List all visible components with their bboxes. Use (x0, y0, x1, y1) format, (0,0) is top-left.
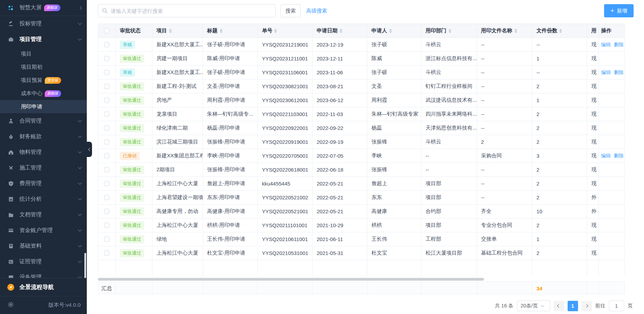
sidebar-subitem-2-3[interactable]: 成本中心旗舰版 (0, 87, 87, 100)
sidebar-subitem-2-2[interactable]: 项目预算专业版 (0, 74, 87, 87)
row-checkbox[interactable] (104, 111, 109, 117)
sort-icon[interactable] (449, 29, 451, 33)
header-cell-3[interactable]: 标题 (203, 24, 258, 38)
sort-icon[interactable] (220, 29, 223, 33)
edit-link[interactable]: 编辑 (601, 42, 611, 48)
prev-page-button[interactable] (554, 301, 564, 311)
row-checkbox[interactable] (104, 56, 109, 61)
sort-icon[interactable] (389, 29, 392, 33)
header-cell-4[interactable]: 单号 (258, 24, 312, 38)
row-checkbox[interactable] (104, 70, 109, 75)
next-page-button[interactable] (582, 301, 592, 311)
header-cell-7[interactable]: 用印部门 (421, 24, 477, 38)
project-cell: 房建一期项目 (152, 52, 203, 66)
sort-icon[interactable] (274, 29, 277, 33)
row-checkbox[interactable] (104, 153, 109, 158)
svg-text:¥: ¥ (10, 136, 11, 138)
sort-icon[interactable] (515, 29, 517, 33)
column-header-label: 标题 (207, 27, 218, 34)
sidebar-item-3[interactable]: 合同管理 (0, 113, 87, 129)
add-button[interactable]: +新增 (604, 4, 634, 17)
sidebar-item-6[interactable]: 施工管理 (0, 160, 87, 176)
sort-icon[interactable] (559, 29, 562, 33)
actions-cell: 编辑删除 (599, 149, 625, 163)
sidebar-item-panorama-nav[interactable]: 全景流程导航 (0, 278, 87, 296)
doc-name-cell: -- (477, 66, 533, 80)
date-cell: 2022-06-18 (312, 163, 367, 177)
table-row: 草稿新建XX总部大厦工...张子硕-用印申请YYSQ20231219001202… (98, 38, 625, 52)
order-no-cell: YYSQ20211101001 (258, 218, 312, 232)
row-checkbox[interactable] (104, 98, 109, 103)
page-number-button[interactable]: 1 (568, 301, 578, 311)
seal-method-cell: 现 (587, 218, 599, 232)
title-cell: 詹超上-用印申请 (203, 177, 258, 191)
pagination: 共 16 条 20条/页 1 前往 页 (87, 294, 644, 311)
table-row: 草稿新建XX总部大厦工...张子硕-用印申请YYSQ20231106001202… (98, 66, 625, 80)
sidebar-subitem-2-0[interactable]: 项目 (0, 47, 87, 60)
copies-cell: 2 (532, 163, 587, 177)
sidebar-item-10[interactable]: 资金账户管理 (0, 223, 87, 238)
status-badge: 审批通过 (120, 193, 144, 202)
sidebar-item-1[interactable]: 投标管理 (0, 16, 87, 32)
page-size-select[interactable]: 20条/页 (517, 300, 550, 311)
sidebar-item-4[interactable]: ¥财务账款 (0, 129, 87, 144)
sidebar-item-9[interactable]: 文档管理 (0, 207, 87, 223)
row-select-cell (98, 38, 116, 52)
chevron-down-icon (78, 243, 82, 247)
header-cell-5[interactable]: 申请日期 (312, 24, 367, 38)
sidebar-subitem-2-1[interactable]: 项目期初 (0, 60, 87, 74)
sort-icon[interactable] (340, 29, 342, 33)
delete-link[interactable]: 删除 (614, 69, 624, 76)
row-checkbox[interactable] (104, 237, 109, 242)
row-checkbox[interactable] (104, 84, 109, 89)
edit-link[interactable]: 编辑 (601, 69, 611, 76)
header-cell-9[interactable]: 文件份数 (532, 24, 587, 38)
delete-link[interactable]: 删除 (614, 153, 624, 159)
header-cell-8[interactable]: 用印文件名称 (477, 24, 533, 38)
actions-cell (599, 205, 625, 218)
select-all-checkbox[interactable] (104, 28, 109, 33)
sort-asc-icon (169, 29, 172, 31)
row-checkbox[interactable] (104, 195, 109, 200)
sidebar-subitem-2-4[interactable]: 用印申请 (0, 100, 87, 113)
sidebar-item-8[interactable]: 统计分析 (0, 191, 87, 207)
sidebar-collapse-handle[interactable] (87, 142, 92, 157)
horizontal-scrollbar-thumb[interactable] (98, 278, 484, 281)
header-cell-2[interactable]: 项目 (152, 24, 203, 38)
header-cell-6[interactable]: 申请人 (367, 24, 421, 38)
finance-icon: ¥ (8, 134, 14, 140)
row-checkbox[interactable] (104, 139, 109, 144)
search-button[interactable]: 搜索 (281, 4, 301, 17)
goto-page-input[interactable] (609, 300, 624, 311)
actions-cell (599, 218, 625, 232)
dept-cell: 斗栱云 (421, 66, 477, 80)
chevron-right-icon (585, 304, 588, 308)
order-no-cell: YYSQ20220919001 (258, 135, 312, 149)
row-checkbox[interactable] (104, 167, 109, 172)
row-checkbox[interactable] (104, 181, 109, 186)
sidebar-item-7[interactable]: ¥费用管理 (0, 176, 87, 191)
delete-link[interactable]: 删除 (614, 42, 624, 48)
sort-icon[interactable] (169, 29, 172, 33)
row-checkbox[interactable] (104, 223, 109, 228)
gear-icon[interactable] (8, 301, 14, 309)
status-cell: 审批通过 (116, 218, 152, 232)
actions-cell (599, 177, 625, 191)
sidebar-item-2[interactable]: 项目管理 (0, 32, 87, 47)
search-input[interactable] (98, 4, 276, 17)
row-checkbox[interactable] (104, 42, 109, 47)
copies-cell: 3 (532, 149, 587, 163)
sidebar-item-0[interactable]: 智慧大屏旗舰版 (0, 0, 87, 16)
sidebar-item-5[interactable]: 物料管理 (0, 144, 87, 160)
column-header-label: 申请日期 (317, 27, 337, 34)
row-checkbox[interactable] (104, 250, 109, 256)
sidebar-item-label: 证照管理 (19, 258, 42, 265)
row-checkbox[interactable] (104, 209, 109, 214)
sort-asc-icon (340, 29, 342, 31)
edit-link[interactable]: 编辑 (601, 153, 611, 159)
title-cell: 文圣-用印申请 (203, 80, 258, 93)
row-checkbox[interactable] (104, 125, 109, 131)
sidebar-item-12[interactable]: 证照管理 (0, 254, 87, 270)
advanced-search-link[interactable]: 高级搜索 (306, 8, 327, 14)
sidebar-item-11[interactable]: 基础资料 (0, 238, 87, 254)
